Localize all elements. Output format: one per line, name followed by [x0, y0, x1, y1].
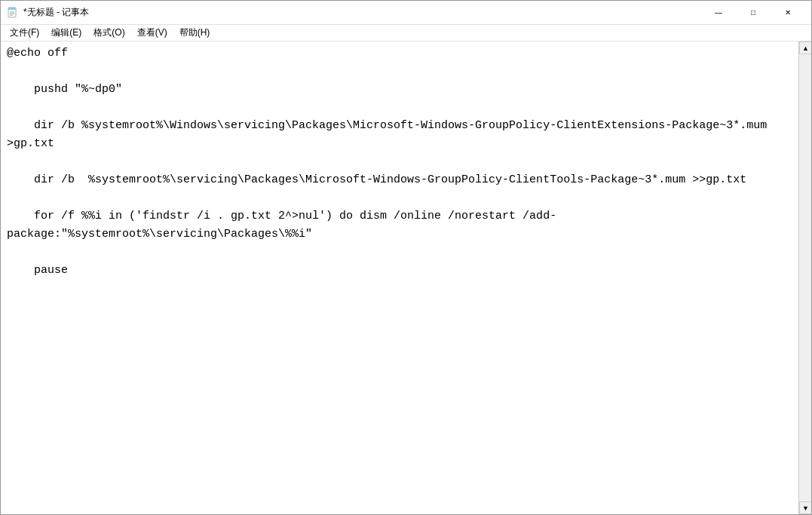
svg-rect-1: [8, 8, 16, 10]
scroll-down-button[interactable]: ▼: [799, 501, 811, 514]
scroll-track[interactable]: [799, 54, 811, 501]
notepad-window: *无标题 - 记事本 — □ ✕ 文件(F) 编辑(E) 格式(O) 查看(V)…: [0, 0, 812, 515]
menu-view[interactable]: 查看(V): [131, 25, 173, 41]
vertical-scrollbar: ▲ ▼: [798, 41, 811, 514]
notepad-icon: [7, 7, 19, 19]
maximize-button[interactable]: □: [736, 1, 771, 25]
minimize-button[interactable]: —: [701, 1, 736, 25]
text-editor[interactable]: @echo off pushd "%~dp0" dir /b %systemro…: [1, 41, 798, 514]
close-button[interactable]: ✕: [771, 1, 805, 25]
menu-file[interactable]: 文件(F): [4, 25, 45, 41]
title-bar: *无标题 - 记事本 — □ ✕: [1, 1, 811, 25]
menu-help[interactable]: 帮助(H): [173, 25, 216, 41]
menu-format[interactable]: 格式(O): [87, 25, 130, 41]
window-title: *无标题 - 记事本: [23, 6, 89, 19]
menu-bar: 文件(F) 编辑(E) 格式(O) 查看(V) 帮助(H): [1, 25, 811, 41]
title-bar-left: *无标题 - 记事本: [7, 6, 89, 19]
scroll-up-button[interactable]: ▲: [799, 41, 811, 54]
menu-edit[interactable]: 编辑(E): [45, 25, 87, 41]
editor-container: @echo off pushd "%~dp0" dir /b %systemro…: [1, 41, 811, 514]
title-bar-controls: — □ ✕: [701, 1, 805, 25]
